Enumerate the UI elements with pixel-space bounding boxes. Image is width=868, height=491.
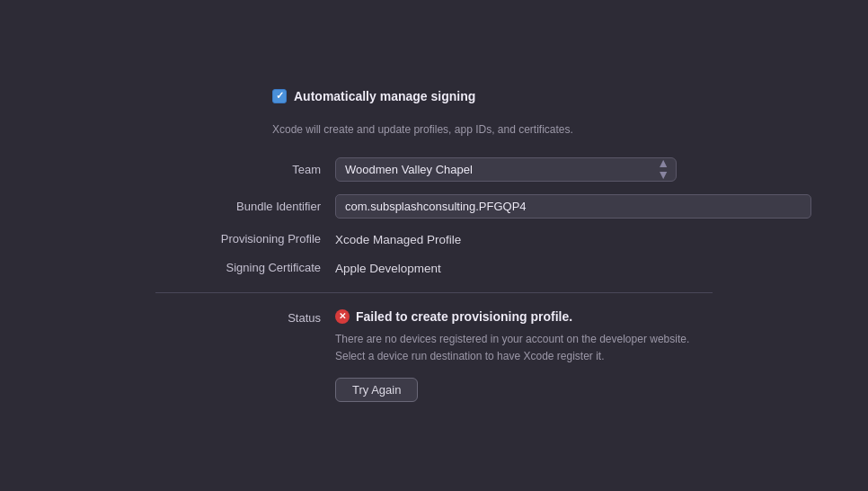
status-error-title: Failed to create provisioning profile.	[356, 309, 572, 324]
signing-value-text: Apple Development	[335, 262, 441, 275]
settings-panel: ✓ Automatically manage signing Xcode wil…	[120, 62, 748, 429]
team-value: Woodmen Valley Chapel ▲ ▼	[335, 157, 713, 182]
team-row: Team Woodmen Valley Chapel ▲ ▼	[155, 157, 713, 182]
bundle-label: Bundle Identifier	[155, 200, 335, 213]
auto-signing-checkbox[interactable]: ✓	[272, 89, 287, 103]
signing-value: Apple Development	[335, 260, 713, 276]
checkbox-check-icon: ✓	[276, 91, 284, 101]
auto-signing-row: ✓ Automatically manage signing	[155, 89, 713, 103]
provisioning-label: Provisioning Profile	[155, 232, 335, 246]
status-label: Status	[155, 309, 335, 325]
status-error-description: There are no devices registered in your …	[335, 331, 713, 365]
error-x-icon: ✕	[339, 312, 346, 321]
status-row: Status ✕ Failed to create provisioning p…	[155, 309, 713, 402]
bundle-value	[335, 194, 811, 219]
auto-signing-description: Xcode will create and update profiles, a…	[155, 121, 713, 138]
status-content: ✕ Failed to create provisioning profile.…	[335, 309, 713, 402]
provisioning-value-text: Xcode Managed Profile	[335, 233, 461, 246]
error-icon: ✕	[335, 309, 350, 324]
auto-signing-description-text: Xcode will create and update profiles, a…	[272, 121, 632, 138]
section-divider	[155, 292, 713, 293]
status-error-line: ✕ Failed to create provisioning profile.	[335, 309, 713, 324]
auto-signing-label[interactable]: ✓ Automatically manage signing	[272, 89, 475, 103]
signing-row: Signing Certificate Apple Development	[155, 260, 713, 276]
try-again-button[interactable]: Try Again	[335, 378, 418, 402]
auto-signing-text: Automatically manage signing	[294, 89, 475, 103]
provisioning-row: Provisioning Profile Xcode Managed Profi…	[155, 231, 713, 247]
team-label: Team	[155, 163, 335, 176]
signing-label: Signing Certificate	[155, 261, 335, 274]
team-select-wrapper: Woodmen Valley Chapel ▲ ▼	[335, 157, 677, 182]
team-select[interactable]: Woodmen Valley Chapel	[335, 157, 677, 182]
bundle-row: Bundle Identifier	[155, 194, 713, 219]
bundle-input[interactable]	[335, 194, 811, 219]
provisioning-value: Xcode Managed Profile	[335, 231, 713, 247]
